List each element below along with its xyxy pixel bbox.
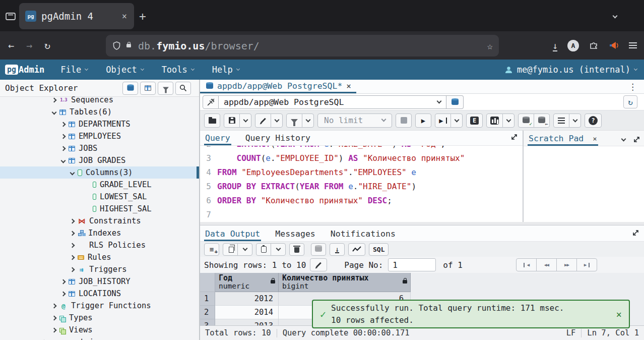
grid-cell[interactable]: 2012: [215, 292, 279, 306]
expand-output-icon[interactable]: [632, 230, 639, 236]
tree-item-types[interactable]: Types: [0, 312, 199, 324]
expand-chevron-icon[interactable]: [61, 134, 66, 139]
close-icon[interactable]: ×: [593, 135, 597, 143]
edit-button[interactable]: [255, 114, 271, 128]
collapse-chevron-icon[interactable]: [61, 158, 66, 163]
lock-icon[interactable]: [126, 44, 131, 47]
graph-visualiser-button[interactable]: [348, 243, 365, 256]
paste-options-button[interactable]: [271, 243, 286, 256]
expand-chevron-icon[interactable]: [61, 146, 66, 151]
first-page-button[interactable]: ◀: [516, 258, 537, 271]
tree-item-triggers[interactable]: ⇉Triggers: [0, 263, 199, 275]
panel-kebab-menu-icon[interactable]: ⋮: [628, 82, 637, 92]
collapse-scratch-icon[interactable]: [621, 137, 626, 142]
grid-row-number[interactable]: 3: [200, 319, 215, 325]
menu-object[interactable]: Object: [106, 65, 143, 75]
connection-status-button[interactable]: [203, 95, 219, 109]
commit-button[interactable]: ✓: [518, 114, 534, 128]
help-button[interactable]: ?: [585, 114, 602, 128]
download-results-button[interactable]: ↓: [330, 243, 345, 256]
tree-item-job-history[interactable]: JOB_HISTORY: [0, 275, 199, 288]
copy-button[interactable]: [223, 243, 238, 256]
connection-select[interactable]: appdb/app@Web PostgreSQL: [219, 95, 446, 109]
tree-item-job-grades[interactable]: JOB GRADES: [0, 154, 199, 166]
explain-analyze-button[interactable]: [486, 114, 503, 128]
expand-chevron-icon[interactable]: [70, 218, 75, 223]
rollback-button[interactable]: ←: [534, 114, 550, 128]
filtered-rows-button[interactable]: [158, 82, 173, 95]
grid-row-number[interactable]: 1: [200, 292, 215, 306]
reset-layout-button[interactable]: ↻: [623, 95, 637, 108]
expand-chevron-icon[interactable]: [52, 97, 57, 102]
edit-range-button[interactable]: [310, 258, 327, 271]
prev-page-button[interactable]: ◀◀: [536, 258, 557, 271]
grid-cell[interactable]: 2013: [215, 319, 279, 325]
megaphone-icon[interactable]: [608, 40, 619, 50]
sql-editor[interactable]: 2 EXTRACT(YEAR FROM e."HIRE_DATE" ) AS "…: [200, 146, 523, 222]
add-row-button[interactable]: ≡+: [204, 243, 219, 256]
tab-close-icon[interactable]: ×: [121, 11, 128, 21]
paste-button[interactable]: [256, 243, 271, 256]
tree-item-lowest-sal[interactable]: LOWEST_SAL: [0, 191, 199, 203]
tree-item-jobs[interactable]: JOBS: [0, 142, 199, 154]
expand-chevron-icon[interactable]: [52, 303, 57, 308]
tree-item-grade-level[interactable]: GRADE_LEVEL: [0, 179, 199, 191]
tree-item-rls-policies[interactable]: RLS Policies: [0, 239, 199, 251]
reload-button[interactable]: ↻: [40, 39, 54, 51]
search-objects-button[interactable]: [175, 82, 191, 95]
execute-chevron-button[interactable]: [450, 114, 463, 128]
expand-chevron-icon[interactable]: [52, 315, 57, 320]
grid-row-number[interactable]: 2: [200, 306, 215, 319]
tree-item-tables-6[interactable]: Tables(6): [0, 106, 199, 118]
tree-item-views[interactable]: Views: [0, 324, 199, 336]
collapse-chevron-icon[interactable]: [52, 109, 57, 115]
macros-button[interactable]: [553, 114, 569, 128]
stop-button[interactable]: [396, 114, 412, 128]
delete-row-button[interactable]: [289, 243, 304, 256]
tab-messages[interactable]: Messages: [274, 228, 316, 241]
macros-options-button[interactable]: [569, 114, 581, 128]
tab-list-chevron-icon[interactable]: [613, 14, 618, 19]
tree-item-columns-3[interactable]: Columns(3): [0, 166, 199, 179]
tree-item-indexes[interactable]: Indexes: [0, 227, 199, 239]
expand-chevron-icon[interactable]: [52, 327, 57, 332]
save-options-button[interactable]: [239, 114, 251, 128]
tree-item-trigger-functions[interactable]: @Trigger Functions: [0, 300, 199, 312]
tree-item-countries[interactable]: ◈countries: [0, 336, 199, 340]
menu-help[interactable]: Help: [212, 65, 239, 75]
execute-button[interactable]: ▶: [415, 114, 431, 128]
filter-options-button[interactable]: [302, 114, 314, 128]
explain-options-button[interactable]: [502, 114, 514, 128]
browser-tab[interactable]: pg pgAdmin 4 ×: [19, 3, 134, 29]
url-bar[interactable]: db.fymio.us/browser/ ☆: [106, 35, 499, 56]
collapse-chevron-icon[interactable]: [70, 170, 75, 175]
grid-column-header[interactable]: Количество принятыхbigint: [279, 273, 411, 292]
tab-query[interactable]: Query: [204, 132, 231, 145]
bookmark-star-icon[interactable]: ☆: [487, 40, 493, 51]
tab-query-history[interactable]: Query History: [244, 132, 311, 145]
tree-item-constraints[interactable]: ⋈Constraints: [0, 215, 199, 227]
expand-chevron-icon[interactable]: [70, 255, 75, 260]
close-icon[interactable]: ×: [346, 81, 351, 91]
expand-scratch-icon[interactable]: [633, 136, 640, 143]
new-tab-button[interactable]: +: [139, 11, 146, 21]
page-number-input[interactable]: [388, 258, 436, 271]
open-file-button[interactable]: [204, 114, 220, 128]
downloads-icon[interactable]: ↓: [552, 40, 558, 51]
menu-file[interactable]: File: [60, 65, 88, 75]
expand-panel-icon[interactable]: [511, 134, 518, 140]
expand-chevron-icon[interactable]: [61, 122, 66, 127]
view-data-button[interactable]: [140, 82, 156, 95]
menu-hamburger-icon[interactable]: [629, 45, 637, 46]
execute-options-button[interactable]: ▶: [435, 114, 451, 128]
last-page-button[interactable]: ▶: [576, 258, 597, 271]
forward-button[interactable]: →: [22, 39, 36, 51]
next-page-button[interactable]: ▶▶: [556, 258, 577, 271]
query-tool-tab[interactable]: appdb/app@Web PostgreSQL* ×: [200, 80, 356, 93]
tab-scratch-pad[interactable]: Scratch Pad ×: [528, 132, 598, 146]
sql-button[interactable]: SQL: [369, 243, 389, 256]
save-file-button[interactable]: [224, 114, 240, 128]
shield-icon[interactable]: [113, 41, 120, 50]
grid-corner-cell[interactable]: [200, 273, 215, 292]
toast-close-icon[interactable]: ×: [616, 309, 622, 320]
